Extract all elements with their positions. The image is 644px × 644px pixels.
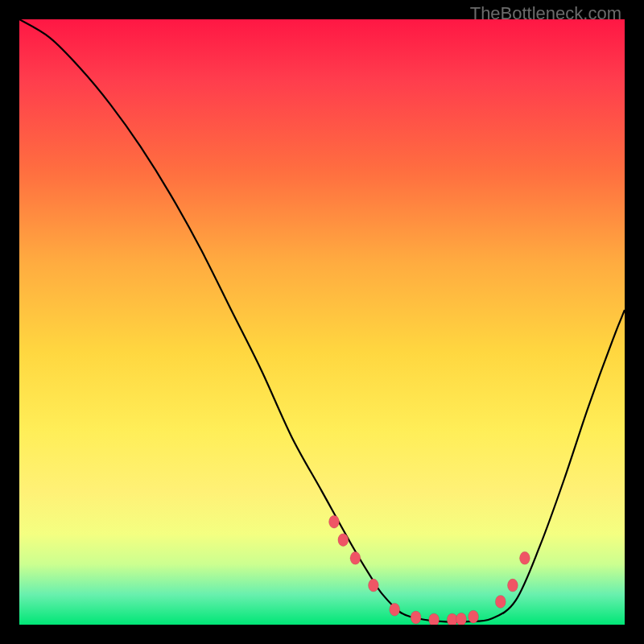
chart-frame: TheBottleneck.com xyxy=(0,0,644,644)
data-point xyxy=(469,610,479,623)
chart-gradient-background xyxy=(19,19,625,625)
data-point xyxy=(350,551,361,564)
highlighted-points-group xyxy=(329,515,530,625)
bottleneck-curve xyxy=(19,19,625,622)
data-point xyxy=(429,613,440,625)
data-point xyxy=(390,603,400,616)
data-point xyxy=(495,595,506,608)
data-point xyxy=(329,515,340,528)
data-point xyxy=(411,611,421,624)
data-point xyxy=(507,579,518,592)
data-point xyxy=(338,534,349,547)
data-point xyxy=(456,613,467,625)
data-point xyxy=(368,579,378,592)
data-point xyxy=(519,551,530,564)
chart-svg xyxy=(19,19,625,625)
watermark-text: TheBottleneck.com xyxy=(470,3,621,24)
